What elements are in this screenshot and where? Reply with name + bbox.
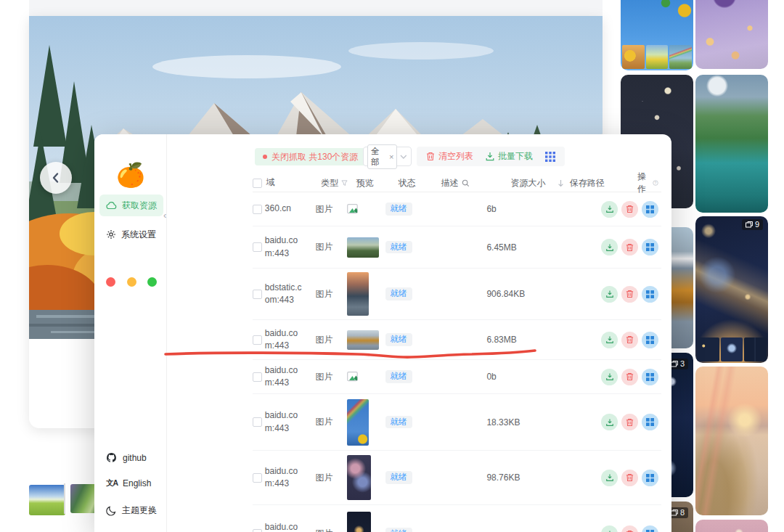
preview-thumbnail[interactable] [347,455,371,500]
preview-thumbnail[interactable] [347,330,379,350]
gallery-card-sunset-reeds[interactable] [695,367,768,515]
sidebar-item-github[interactable]: github [106,452,147,463]
row-type: 图片 [315,371,347,383]
row-delete-button[interactable] [621,414,638,430]
row-checkbox[interactable] [253,290,262,299]
row-similar-button[interactable] [642,332,658,348]
table-row[interactable]: baidu.com:443 图片 就绪 0b [253,360,661,394]
window-maximize-button[interactable] [147,277,157,287]
filter-tag[interactable]: 全部 × [367,144,397,169]
preview-thumbnail[interactable] [347,272,369,316]
row-similar-button[interactable] [642,239,658,255]
sidebar-item-get-resources[interactable]: 获取资源 [99,195,163,216]
carousel-back-button[interactable] [40,162,72,194]
bottom-thumbnail-meadow[interactable] [29,485,65,515]
row-similar-button[interactable] [642,201,658,218]
row-delete-button[interactable] [621,201,638,218]
row-checkbox[interactable] [253,242,262,252]
grid-view-icon[interactable] [545,152,555,162]
row-similar-button[interactable] [642,414,658,430]
status-badge: 就绪 [385,241,412,254]
type-filter-select[interactable]: 全部 × [363,147,412,166]
window-minimize-button[interactable] [127,277,136,287]
trash-icon [626,530,634,532]
row-checkbox[interactable] [253,529,262,532]
table-row[interactable]: baidu.com:443 图片 就绪 6.45MB [253,226,661,269]
row-domain: bdstatic.com:443 [265,282,316,307]
download-icon [605,418,614,427]
help-icon[interactable]: ? [653,179,658,187]
row-domain: baidu.com:443 [265,364,316,390]
thumbnail-divider [64,483,65,514]
status-badge: 就绪 [385,202,412,216]
row-similar-button[interactable] [642,525,658,532]
table-row[interactable]: bdstatic.com:443 图片 就绪 906.84KB [253,269,661,320]
row-similar-button[interactable] [642,470,658,486]
gallery-card-lake-forest[interactable] [695,75,768,213]
bottom-thumbnail-forest[interactable] [70,484,97,513]
window-close-button[interactable] [106,277,115,287]
table-row[interactable]: 360.cn 图片 就绪 6b [253,192,661,226]
chevron-left-icon [50,172,62,184]
row-checkbox[interactable] [253,205,262,214]
select-all-checkbox[interactable] [253,179,262,188]
sidebar-collapse-handle[interactable]: ‹ [163,210,166,221]
sidebar-item-theme[interactable]: 主题更换 [106,504,157,517]
row-delete-button[interactable] [621,239,638,255]
row-download-button[interactable] [601,201,618,218]
row-delete-button[interactable] [621,470,638,486]
gallery-card-sunflowers-sky[interactable] [621,0,693,70]
row-checkbox[interactable] [253,372,262,382]
row-delete-button[interactable] [621,369,638,385]
preview-thumbnail[interactable] [347,399,369,446]
grid-icon [646,373,654,381]
row-download-button[interactable] [601,470,618,486]
row-checkbox[interactable] [253,335,262,345]
row-similar-button[interactable] [642,369,658,385]
row-download-button[interactable] [601,332,618,348]
preview-thumbnail[interactable] [347,237,379,258]
preview-thumbnail[interactable] [347,512,371,532]
toggle-capture-button[interactable]: 关闭抓取 共130个资源 [255,148,366,165]
sidebar-item-settings[interactable]: 系统设置 [99,224,163,245]
gallery-card-frost-bokeh[interactable] [695,0,768,69]
row-download-button[interactable] [601,286,618,303]
filter-icon[interactable] [341,180,348,187]
clear-list-button[interactable]: 清空列表 [426,150,473,163]
row-similar-button[interactable] [642,286,658,303]
table-row[interactable]: baidu.com:443 图片 就绪 98.76KB [253,451,661,505]
row-checkbox[interactable] [253,417,262,427]
table-row[interactable]: baidu.com:443 图片 就绪 [253,505,661,532]
trash-icon [626,473,634,482]
sidebar-footer-label: github [123,453,147,463]
row-checkbox[interactable] [253,473,262,483]
gallery-card-galaxy-night[interactable]: 9 [695,216,768,363]
search-icon[interactable] [462,179,470,187]
sub-thumbnail-sunflower-lake[interactable] [622,45,645,69]
batch-download-button[interactable]: 批量下载 [486,150,533,163]
row-type: 图片 [315,334,347,346]
table-row[interactable]: baidu.com:443 图片 就绪 6.83MB [253,320,661,360]
sub-thumbnail-sunflower-field[interactable] [646,45,669,69]
row-size: 18.33KB [486,417,539,427]
gallery-card-pink-sparkle[interactable] [695,520,768,532]
cloud-icon [106,201,117,210]
sub-thumbnail-galaxy-b[interactable] [721,337,743,361]
row-delete-button[interactable] [621,286,638,303]
row-download-button[interactable] [601,369,618,385]
sub-thumbnail-galaxy-a[interactable] [697,337,719,361]
row-delete-button[interactable] [621,525,638,532]
row-size: 98.76KB [486,472,539,483]
tag-close-icon[interactable]: × [389,152,393,161]
sub-thumbnail-rainbow-field[interactable] [669,45,692,69]
row-domain: baidu.com:443 [265,327,316,353]
row-download-button[interactable] [601,414,618,430]
sort-descending-icon[interactable] [558,179,564,187]
row-download-button[interactable] [601,239,618,255]
row-download-button[interactable] [601,525,618,532]
sidebar-item-language[interactable]: 文A English [106,478,151,488]
sub-thumbnail-galaxy-c[interactable] [744,337,767,361]
header-type: 类型 [321,177,338,189]
table-row[interactable]: baidu.com:443 图片 就绪 18.33KB [253,394,661,451]
row-delete-button[interactable] [621,332,638,348]
